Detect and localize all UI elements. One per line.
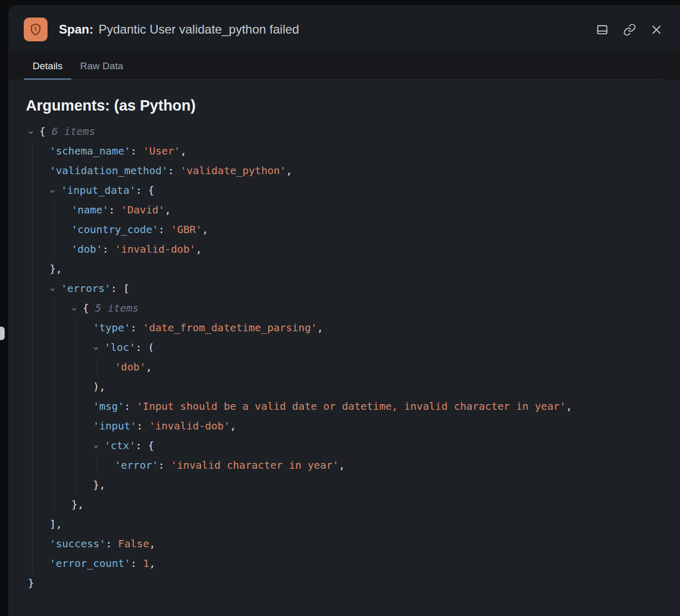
json-key: 'input_data' [61,184,136,196]
dock-bottom-button[interactable] [596,23,609,36]
json-string: 'Input should be a valid date or datetim… [136,400,566,412]
json-punctuation: : [158,459,171,471]
json-line: }, [93,475,666,495]
panel-title: Span:Pydantic User validate_python faile… [59,22,299,37]
json-line: 'success': False, [50,534,666,553]
json-line: 'type': 'date_from_datetime_parsing', [93,318,666,337]
json-punctuation: , [165,204,171,216]
json-line: 'country_code': 'GBR', [71,220,666,239]
json-line: 'error': 'invalid character in year', [115,455,666,475]
json-punctuation: ], [50,518,62,530]
tab-details[interactable]: Details [24,54,71,80]
json-punctuation: : [111,282,123,295]
json-line: 'input': 'invalid-dob', [93,416,666,436]
json-key: 'error' [115,459,158,471]
json-punctuation: : [130,321,143,334]
json-punctuation: : [105,537,118,550]
json-string: 'GBR' [171,223,202,236]
json-children: 'name': 'David','country_code': 'GBR','d… [54,200,666,259]
json-punctuation: : [131,557,143,569]
json-items-count: 5 items [95,302,138,314]
tab-bar: Details Raw Data [8,51,680,80]
json-punctuation: , [149,557,156,569]
json-children: 'error': 'invalid character in year', [97,455,666,475]
panel-resize-handle[interactable] [0,327,5,340]
json-punctuation: : [135,341,148,353]
chevron-down-icon[interactable] [50,180,61,200]
json-punctuation: { [39,125,52,137]
chevron-down-icon[interactable] [93,436,104,455]
json-line: 'loc': ( [93,337,666,357]
json-key: 'schema_name' [50,145,131,157]
json-punctuation: , [317,321,323,334]
json-string: 'date_from_datetime_parsing' [143,321,317,334]
json-punctuation: } [28,577,34,589]
json-punctuation: : [136,184,148,196]
json-punctuation: : [131,145,143,157]
copy-link-button[interactable] [623,23,636,36]
json-punctuation: , [196,243,202,255]
json-line: 'msg': 'Input should be a valid date or … [93,396,666,416]
json-line: 'ctx': { [93,436,666,455]
json-string: 'invalid character in year' [171,459,338,471]
chevron-down-icon[interactable] [93,337,104,357]
json-key: 'validation_method' [50,164,168,177]
panel-header: Span:Pydantic User validate_python faile… [8,5,680,51]
json-children: 'type': 'date_from_datetime_parsing','lo… [75,318,666,495]
json-punctuation: : [159,223,171,236]
json-punctuation: , [339,459,345,471]
json-punctuation: : [102,243,115,255]
json-line: }, [71,495,666,514]
json-line: { 6 items [28,121,666,141]
json-key: 'dob' [71,243,102,255]
json-line: 'errors': [ [50,279,666,298]
json-string: 'invalid-dob' [115,243,196,255]
chevron-down-icon[interactable] [50,279,61,298]
close-icon [651,24,662,36]
json-line: ), [93,377,666,396]
json-line: 'schema_name': 'User', [50,141,666,161]
json-punctuation: , [180,145,187,157]
json-children: 'schema_name': 'User','validation_method… [32,141,666,573]
json-tree: { 6 items'schema_name': 'User','validati… [26,121,666,593]
json-line: ], [50,514,666,534]
span-detail-panel: Span:Pydantic User validate_python faile… [8,5,680,616]
json-key: 'errors' [61,282,111,295]
json-key: 'msg' [93,400,124,412]
shield-exclamation-icon [28,22,43,37]
json-punctuation: }, [93,479,105,491]
json-key: 'type' [93,321,130,334]
json-punctuation: , [286,164,292,177]
tab-raw-data[interactable]: Raw Data [71,54,132,80]
json-string: 'validate_python' [180,164,286,177]
json-key: 'success' [50,537,105,550]
json-punctuation: [ [123,282,129,295]
alert-shield-badge [24,18,48,41]
json-punctuation: ( [148,341,154,353]
json-line: 'dob', [115,357,666,377]
chevron-down-icon[interactable] [71,298,83,318]
json-items-count: 6 items [52,125,95,137]
close-button[interactable] [651,24,662,36]
span-label: Span: [59,22,94,36]
json-line: 'dob': 'invalid-dob', [71,239,666,259]
json-line: }, [50,259,666,279]
dock-bottom-icon [596,23,609,36]
json-children: 'dob', [97,357,666,377]
json-number: 1 [143,557,149,569]
json-punctuation: { [148,439,154,452]
json-punctuation: ), [93,380,105,393]
json-punctuation: , [230,420,236,432]
json-line: 'validation_method': 'validate_python', [50,161,666,180]
json-punctuation: : [124,400,136,412]
header-actions [596,23,662,36]
json-punctuation: }, [71,498,84,511]
chevron-down-icon[interactable] [28,121,39,141]
json-key: 'loc' [104,341,135,353]
json-line: 'error_count': 1, [50,553,666,573]
json-punctuation: , [149,537,156,550]
json-string: 'David' [121,204,164,216]
json-line: } [28,573,666,593]
json-punctuation: { [148,184,154,196]
json-string: 'invalid-dob' [149,420,230,432]
